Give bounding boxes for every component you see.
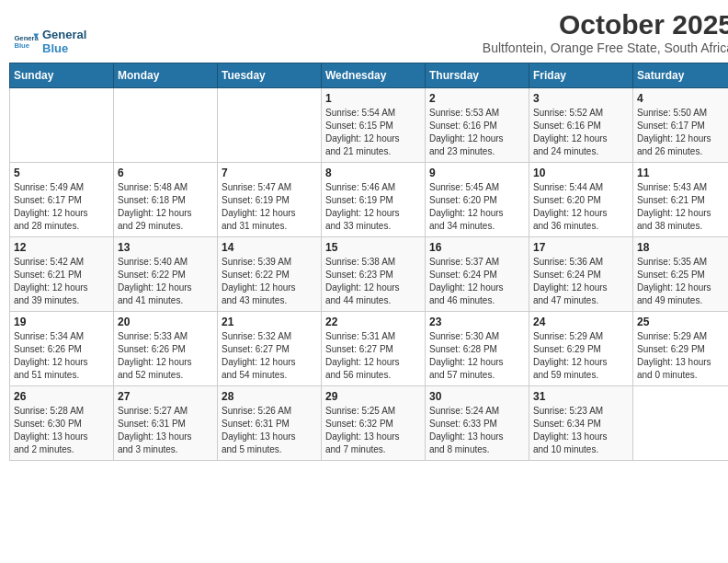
calendar-cell: 2Sunrise: 5:53 AMSunset: 6:16 PMDaylight… bbox=[426, 88, 529, 163]
cell-day-number: 6 bbox=[118, 167, 213, 179]
location-title: Bultfontein, Orange Free State, South Af… bbox=[483, 40, 728, 55]
cell-day-number: 23 bbox=[429, 316, 525, 328]
calendar-cell: 25Sunrise: 5:29 AMSunset: 6:29 PMDayligh… bbox=[633, 312, 729, 386]
cell-day-number: 8 bbox=[325, 167, 421, 179]
cell-day-number: 11 bbox=[637, 167, 728, 179]
cell-day-number: 25 bbox=[637, 316, 728, 328]
cell-info-text: Sunrise: 5:42 AMSunset: 6:21 PMDaylight:… bbox=[14, 256, 109, 307]
cell-info-text: Sunrise: 5:30 AMSunset: 6:28 PMDaylight:… bbox=[429, 330, 525, 382]
cell-day-number: 20 bbox=[118, 316, 213, 328]
cell-info-text: Sunrise: 5:48 AMSunset: 6:18 PMDaylight:… bbox=[118, 181, 213, 233]
calendar-cell: 10Sunrise: 5:44 AMSunset: 6:20 PMDayligh… bbox=[529, 163, 633, 237]
cell-day-number: 29 bbox=[325, 390, 421, 403]
cell-day-number: 15 bbox=[325, 241, 421, 254]
cell-info-text: Sunrise: 5:47 AMSunset: 6:19 PMDaylight:… bbox=[222, 181, 317, 233]
cell-info-text: Sunrise: 5:29 AMSunset: 6:29 PMDaylight:… bbox=[533, 330, 629, 382]
calendar-cell: 9Sunrise: 5:45 AMSunset: 6:20 PMDaylight… bbox=[426, 163, 529, 237]
cell-day-number: 13 bbox=[118, 241, 213, 254]
cell-info-text: Sunrise: 5:36 AMSunset: 6:24 PMDaylight:… bbox=[533, 256, 629, 307]
cell-info-text: Sunrise: 5:34 AMSunset: 6:26 PMDaylight:… bbox=[14, 330, 109, 382]
weekday-header-friday: Friday bbox=[529, 63, 633, 88]
calendar-cell: 29Sunrise: 5:25 AMSunset: 6:32 PMDayligh… bbox=[322, 386, 426, 461]
cell-info-text: Sunrise: 5:38 AMSunset: 6:23 PMDaylight:… bbox=[325, 256, 421, 307]
calendar-cell: 15Sunrise: 5:38 AMSunset: 6:23 PMDayligh… bbox=[322, 237, 426, 312]
cell-info-text: Sunrise: 5:49 AMSunset: 6:17 PMDaylight:… bbox=[14, 181, 109, 233]
cell-info-text: Sunrise: 5:52 AMSunset: 6:16 PMDaylight:… bbox=[533, 107, 629, 158]
month-year-title: October 2025 bbox=[483, 9, 728, 40]
calendar-cell: 7Sunrise: 5:47 AMSunset: 6:19 PMDaylight… bbox=[218, 163, 322, 237]
cell-day-number: 12 bbox=[14, 241, 109, 254]
cell-info-text: Sunrise: 5:45 AMSunset: 6:20 PMDaylight:… bbox=[429, 181, 525, 233]
calendar-cell: 21Sunrise: 5:32 AMSunset: 6:27 PMDayligh… bbox=[218, 312, 322, 386]
calendar-cell: 30Sunrise: 5:24 AMSunset: 6:33 PMDayligh… bbox=[426, 386, 529, 461]
cell-info-text: Sunrise: 5:26 AMSunset: 6:31 PMDaylight:… bbox=[222, 405, 317, 456]
cell-day-number: 31 bbox=[533, 390, 629, 403]
calendar-cell: 24Sunrise: 5:29 AMSunset: 6:29 PMDayligh… bbox=[529, 312, 633, 386]
calendar-cell bbox=[633, 386, 729, 461]
cell-day-number: 26 bbox=[14, 390, 109, 403]
calendar-cell: 17Sunrise: 5:36 AMSunset: 6:24 PMDayligh… bbox=[529, 237, 633, 312]
calendar-cell: 19Sunrise: 5:34 AMSunset: 6:26 PMDayligh… bbox=[10, 312, 114, 386]
calendar-cell: 26Sunrise: 5:28 AMSunset: 6:30 PMDayligh… bbox=[10, 386, 114, 461]
cell-day-number: 4 bbox=[637, 92, 728, 105]
calendar-cell: 20Sunrise: 5:33 AMSunset: 6:26 PMDayligh… bbox=[114, 312, 218, 386]
calendar-cell: 16Sunrise: 5:37 AMSunset: 6:24 PMDayligh… bbox=[426, 237, 529, 312]
calendar-table: SundayMondayTuesdayWednesdayThursdayFrid… bbox=[9, 63, 728, 461]
logo: General Blue General Blue bbox=[13, 28, 86, 55]
cell-day-number: 9 bbox=[429, 167, 525, 179]
calendar-cell: 1Sunrise: 5:54 AMSunset: 6:15 PMDaylight… bbox=[322, 88, 426, 163]
calendar-cell: 18Sunrise: 5:35 AMSunset: 6:25 PMDayligh… bbox=[633, 237, 729, 312]
weekday-header-thursday: Thursday bbox=[426, 63, 529, 88]
cell-info-text: Sunrise: 5:39 AMSunset: 6:22 PMDaylight:… bbox=[222, 256, 317, 307]
cell-day-number: 5 bbox=[14, 167, 109, 179]
cell-day-number: 1 bbox=[325, 92, 421, 105]
calendar-cell: 6Sunrise: 5:48 AMSunset: 6:18 PMDaylight… bbox=[114, 163, 218, 237]
cell-day-number: 24 bbox=[533, 316, 629, 328]
calendar-cell: 3Sunrise: 5:52 AMSunset: 6:16 PMDaylight… bbox=[529, 88, 633, 163]
cell-info-text: Sunrise: 5:23 AMSunset: 6:34 PMDaylight:… bbox=[533, 405, 629, 456]
cell-info-text: Sunrise: 5:37 AMSunset: 6:24 PMDaylight:… bbox=[429, 256, 525, 307]
calendar-cell: 31Sunrise: 5:23 AMSunset: 6:34 PMDayligh… bbox=[529, 386, 633, 461]
cell-info-text: Sunrise: 5:29 AMSunset: 6:29 PMDaylight:… bbox=[637, 330, 728, 382]
cell-day-number: 22 bbox=[325, 316, 421, 328]
calendar-cell: 23Sunrise: 5:30 AMSunset: 6:28 PMDayligh… bbox=[426, 312, 529, 386]
calendar-cell: 5Sunrise: 5:49 AMSunset: 6:17 PMDaylight… bbox=[10, 163, 114, 237]
calendar-cell bbox=[114, 88, 218, 163]
cell-info-text: Sunrise: 5:40 AMSunset: 6:22 PMDaylight:… bbox=[118, 256, 213, 307]
calendar-cell: 27Sunrise: 5:27 AMSunset: 6:31 PMDayligh… bbox=[114, 386, 218, 461]
cell-day-number: 18 bbox=[637, 241, 728, 254]
weekday-header-wednesday: Wednesday bbox=[322, 63, 426, 88]
cell-info-text: Sunrise: 5:50 AMSunset: 6:17 PMDaylight:… bbox=[637, 107, 728, 158]
cell-day-number: 30 bbox=[429, 390, 525, 403]
cell-day-number: 19 bbox=[14, 316, 109, 328]
cell-day-number: 21 bbox=[222, 316, 317, 328]
calendar-cell: 8Sunrise: 5:46 AMSunset: 6:19 PMDaylight… bbox=[322, 163, 426, 237]
cell-info-text: Sunrise: 5:25 AMSunset: 6:32 PMDaylight:… bbox=[325, 405, 421, 456]
cell-day-number: 17 bbox=[533, 241, 629, 254]
cell-day-number: 3 bbox=[533, 92, 629, 105]
calendar-cell: 22Sunrise: 5:31 AMSunset: 6:27 PMDayligh… bbox=[322, 312, 426, 386]
cell-info-text: Sunrise: 5:31 AMSunset: 6:27 PMDaylight:… bbox=[325, 330, 421, 382]
logo-general: General bbox=[42, 28, 86, 41]
weekday-header-tuesday: Tuesday bbox=[218, 63, 322, 88]
calendar-cell: 28Sunrise: 5:26 AMSunset: 6:31 PMDayligh… bbox=[218, 386, 322, 461]
calendar-cell: 13Sunrise: 5:40 AMSunset: 6:22 PMDayligh… bbox=[114, 237, 218, 312]
calendar-cell: 11Sunrise: 5:43 AMSunset: 6:21 PMDayligh… bbox=[633, 163, 729, 237]
calendar-cell: 14Sunrise: 5:39 AMSunset: 6:22 PMDayligh… bbox=[218, 237, 322, 312]
cell-info-text: Sunrise: 5:44 AMSunset: 6:20 PMDaylight:… bbox=[533, 181, 629, 233]
cell-info-text: Sunrise: 5:28 AMSunset: 6:30 PMDaylight:… bbox=[14, 405, 109, 456]
cell-day-number: 2 bbox=[429, 92, 525, 105]
calendar-cell bbox=[10, 88, 114, 163]
cell-info-text: Sunrise: 5:43 AMSunset: 6:21 PMDaylight:… bbox=[637, 181, 728, 233]
cell-info-text: Sunrise: 5:24 AMSunset: 6:33 PMDaylight:… bbox=[429, 405, 525, 456]
logo-icon: General Blue bbox=[13, 29, 39, 54]
calendar-cell: 12Sunrise: 5:42 AMSunset: 6:21 PMDayligh… bbox=[10, 237, 114, 312]
weekday-header-sunday: Sunday bbox=[10, 63, 114, 88]
logo-blue: Blue bbox=[42, 41, 86, 55]
svg-text:Blue: Blue bbox=[14, 41, 29, 50]
calendar-cell bbox=[218, 88, 322, 163]
cell-day-number: 10 bbox=[533, 167, 629, 179]
calendar-cell: 4Sunrise: 5:50 AMSunset: 6:17 PMDaylight… bbox=[633, 88, 729, 163]
cell-day-number: 27 bbox=[118, 390, 213, 403]
cell-info-text: Sunrise: 5:27 AMSunset: 6:31 PMDaylight:… bbox=[118, 405, 213, 456]
